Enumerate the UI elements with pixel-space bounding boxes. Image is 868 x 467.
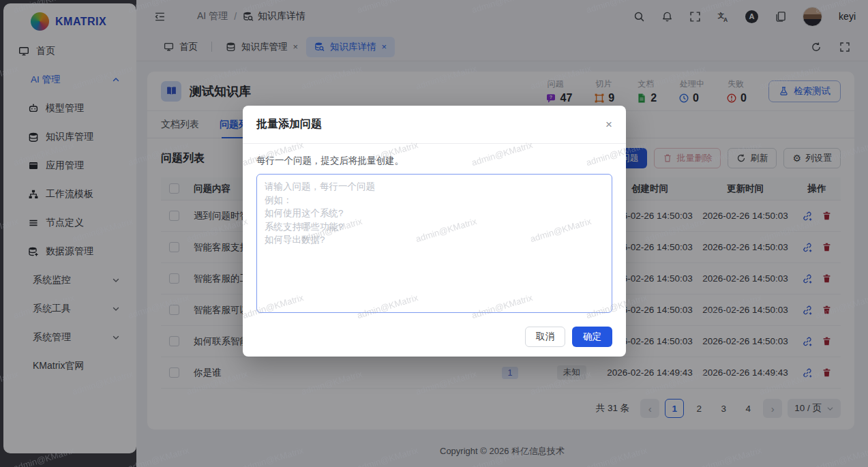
modal-footer: 取消 确定	[243, 316, 626, 347]
modal-title: 批量添加问题	[256, 117, 322, 132]
questions-textarea[interactable]	[256, 174, 612, 313]
confirm-button[interactable]: 确定	[572, 327, 612, 347]
modal-body: 每行一个问题，提交后将批量创建。	[243, 144, 626, 316]
batch-add-modal: 批量添加问题 × 每行一个问题，提交后将批量创建。 取消 确定	[243, 106, 626, 357]
cancel-button[interactable]: 取消	[525, 327, 565, 347]
modal-header: 批量添加问题 ×	[243, 106, 626, 144]
modal-hint: 每行一个问题，提交后将批量创建。	[256, 155, 612, 167]
app-root: KMATRIX 首页 AI 管理 模型管理 知识库管理 应用管理 工作流模板	[0, 0, 868, 467]
close-icon[interactable]: ×	[605, 119, 612, 130]
